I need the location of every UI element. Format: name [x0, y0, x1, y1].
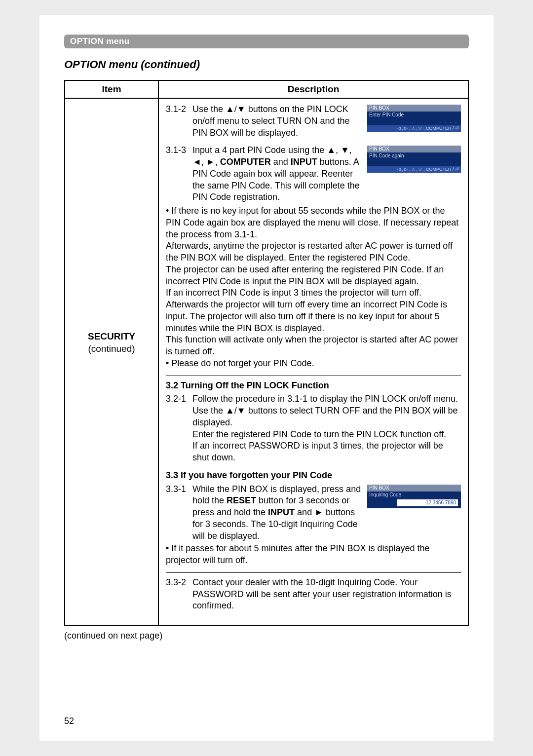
osd-subtitle: Enter PIN Code: [367, 112, 461, 118]
osd-pinbox-again: PIN BOX PIN Code again - - - - ◁ , ▷ , △…: [367, 146, 461, 173]
step-number: 3.1-2: [166, 104, 192, 139]
header-item: Item: [65, 80, 158, 98]
option-table: Item Description SECURITY (continued) PI…: [64, 80, 469, 626]
osd-dashes: - - - -: [367, 159, 461, 166]
paragraph: Enter the registered PIN Code to turn th…: [192, 429, 461, 441]
step-3-3-2: 3.3-2 Contact your dealer with the 10-di…: [166, 577, 461, 612]
page-number: 52: [64, 716, 74, 726]
step-3-1-3: PIN BOX PIN Code again - - - - ◁ , ▷ , △…: [166, 145, 461, 369]
step-body: Input a 4 part PIN Code using the ▲, ▼, …: [192, 145, 363, 203]
osd-foot: ◁ , ▷ , △ , ▽ , COMPUTER / ⏎: [367, 166, 461, 173]
paragraph: If an incorrect PIN Code is input 3 time…: [166, 287, 461, 334]
page-background: OPTION menu OPTION menu (continued) Item…: [0, 0, 533, 756]
osd-digits: 12 3456 7890: [397, 499, 458, 506]
note: • If there is no key input for about 55 …: [166, 205, 461, 240]
osd-title: PIN BOX: [367, 146, 461, 152]
subheading-3-2: 3.2 Turning Off the PIN LOCK Function: [166, 380, 461, 392]
note: • If it passes for about 5 minutes after…: [166, 543, 461, 567]
step-body: Contact your dealer with the 10-digit In…: [192, 577, 461, 612]
item-name: SECURITY: [65, 331, 158, 343]
continued-note: (continued on next page): [64, 631, 469, 641]
step-3-2-1: 3.2-1 Follow the procedure in 3.1-1 to d…: [166, 393, 461, 464]
osd-subtitle: Inquiring Code: [367, 491, 461, 498]
step-body: Use the ▲/▼ buttons on the PIN LOCK on/o…: [192, 104, 363, 139]
section-title: OPTION menu (continued): [64, 58, 469, 71]
osd-title: PIN BOX: [367, 105, 461, 112]
osd-foot: ◁ , ▷ , △ , ▽ , COMPUTER / ⏎: [367, 125, 461, 132]
item-sub: (continued): [65, 343, 158, 355]
menu-tab-label: OPTION menu: [70, 37, 130, 46]
osd-title: PIN BOX: [367, 485, 461, 491]
paragraph: This function will activate only when th…: [166, 334, 461, 358]
paragraph: Follow the procedure in 3.1-1 to display…: [192, 393, 461, 428]
divider: [166, 376, 461, 376]
bold: RESET: [227, 495, 256, 505]
menu-tab: OPTION menu: [64, 35, 469, 48]
step-number: 3.3-2: [166, 577, 192, 612]
osd-pinbox-enter: PIN BOX Enter PIN Code - - - - ◁ , ▷ , △…: [367, 105, 461, 132]
step-body: While the PIN BOX is displayed, press an…: [192, 484, 363, 542]
bold: INPUT: [291, 157, 317, 167]
paragraph: The projector can be used after entering…: [166, 264, 461, 288]
step-number: 3.2-1: [166, 393, 192, 464]
bold: COMPUTER: [220, 157, 271, 167]
description-cell: PIN BOX Enter PIN Code - - - - ◁ , ▷ , △…: [158, 98, 468, 625]
step-body: Follow the procedure in 3.1-1 to display…: [192, 393, 461, 464]
step-number: 3.1-3: [166, 145, 192, 203]
step-3-3-1: PIN BOX Inquiring Code 12 3456 7890 3.3-…: [166, 484, 461, 567]
text: and: [271, 157, 291, 167]
header-description: Description: [158, 80, 468, 98]
osd-dashes: - - - -: [367, 118, 461, 125]
osd-pinbox-inquiring: PIN BOX Inquiring Code 12 3456 7890: [367, 485, 461, 508]
step-3-1-2: PIN BOX Enter PIN Code - - - - ◁ , ▷ , △…: [166, 104, 461, 139]
paragraph: Afterwards, anytime the projector is res…: [166, 240, 461, 264]
step-number: 3.3-1: [166, 484, 192, 542]
subheading-3-3: 3.3 If you have forgotten your PIN Code: [166, 470, 461, 482]
divider: [166, 572, 461, 573]
osd-subtitle: PIN Code again: [367, 152, 461, 159]
paragraph: If an incorrect PASSWORD is input 3 time…: [192, 440, 461, 464]
item-cell: SECURITY (continued): [65, 98, 158, 625]
note: • Please do not forget your PIN Code.: [166, 358, 461, 370]
bold: INPUT: [268, 507, 295, 517]
page: OPTION menu OPTION menu (continued) Item…: [39, 15, 494, 741]
